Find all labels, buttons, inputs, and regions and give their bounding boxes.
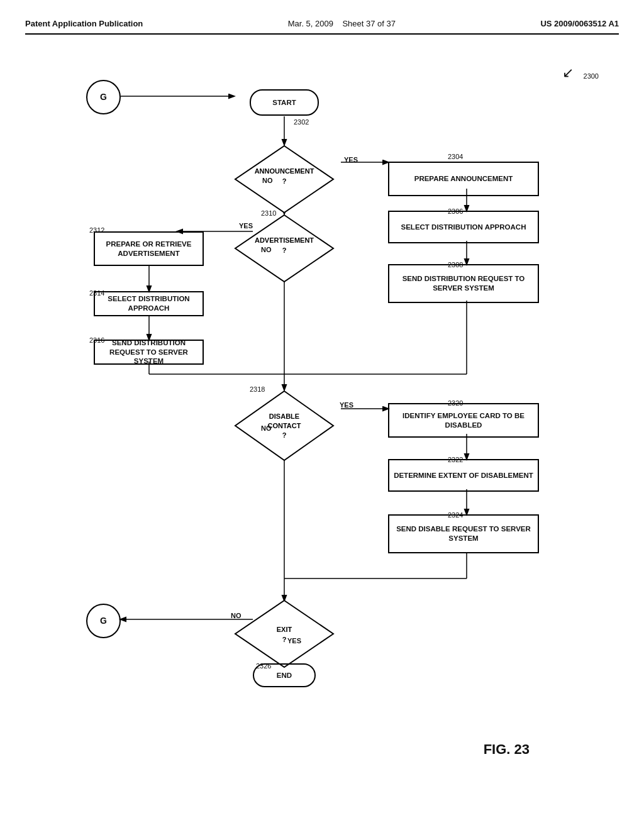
- diamond-announcement: ANNOUNCEMENT ?: [234, 145, 335, 214]
- svg-text:?: ?: [282, 177, 287, 185]
- node-g-bottom: G: [86, 604, 121, 638]
- ref-2302: 2302: [294, 118, 309, 126]
- node-end: END: [253, 663, 316, 687]
- header-center: Mar. 5, 2009 Sheet 37 of 37: [288, 19, 396, 28]
- label-no-announcement: NO: [262, 177, 273, 184]
- node-determine-extent: DETERMINE EXTENT OF DISABLEMENT: [388, 459, 539, 492]
- node-identify-employee-card: IDENTIFY EMPLOYEE CARD TO BE DISABLED: [388, 403, 539, 438]
- svg-text:ANNOUNCEMENT: ANNOUNCEMENT: [255, 167, 314, 175]
- svg-text:?: ?: [282, 636, 287, 643]
- page-header: Patent Application Publication Mar. 5, 2…: [25, 19, 619, 35]
- label-yes-advertisement: YES: [239, 222, 253, 230]
- node-prepare-retrieve-ad: PREPARE OR RETRIEVE ADVERTISEMENT: [94, 231, 204, 266]
- svg-text:DISABLE: DISABLE: [269, 412, 299, 420]
- label-no-disable: NO: [261, 424, 272, 432]
- node-start: START: [250, 89, 319, 116]
- node-send-dist-request-right: SEND DISTRIBUTION REQUEST TO SERVER SYST…: [388, 264, 539, 303]
- ref-2304: 2304: [448, 153, 463, 160]
- node-prepare-announcement: PREPARE ANNOUNCEMENT: [388, 162, 539, 196]
- diamond-disable-contact: DISABLE CONTACT ?: [234, 390, 335, 462]
- node-select-dist-approach-left: SELECT DISTRIBUTION APPROACH: [94, 291, 204, 316]
- node-send-dist-request-left: SEND DISTRIBUTION REQUEST TO SERVER SYST…: [94, 340, 204, 365]
- label-no-advertisement: NO: [261, 246, 272, 253]
- svg-text:EXIT: EXIT: [277, 626, 292, 633]
- svg-text:?: ?: [282, 431, 287, 439]
- node-g-top: G: [86, 80, 121, 114]
- header-left: Patent Application Publication: [25, 19, 143, 28]
- svg-marker-35: [235, 600, 333, 667]
- header-sheet: Sheet 37 of 37: [342, 19, 396, 28]
- ref-2300: 2300: [584, 72, 599, 80]
- label-no-exit: NO: [231, 612, 242, 619]
- label-yes-disable: YES: [340, 401, 353, 409]
- node-send-disable-request: SEND DISABLE REQUEST TO SERVER SYSTEM: [388, 514, 539, 553]
- label-yes-announcement: YES: [344, 156, 358, 163]
- header-date: Mar. 5, 2009: [288, 19, 333, 28]
- arrow-2300: ↙: [562, 65, 574, 81]
- svg-text:?: ?: [282, 246, 287, 254]
- svg-text:CONTACT: CONTACT: [268, 422, 301, 429]
- page: Patent Application Publication Mar. 5, 2…: [0, 0, 644, 830]
- node-select-dist-approach-right: SELECT DISTRIBUTION APPROACH: [388, 211, 539, 243]
- figure-label: FIG. 23: [484, 741, 530, 758]
- diamond-exit: EXIT ?: [234, 599, 335, 668]
- label-yes-exit: YES: [287, 637, 301, 645]
- svg-text:ADVERTISEMENT: ADVERTISEMENT: [255, 236, 314, 244]
- flowchart: 2300 ↙ G START 2302 ANNOUNCEMENT ? YES N…: [39, 53, 605, 777]
- header-right: US 2009/0063512 A1: [540, 19, 619, 28]
